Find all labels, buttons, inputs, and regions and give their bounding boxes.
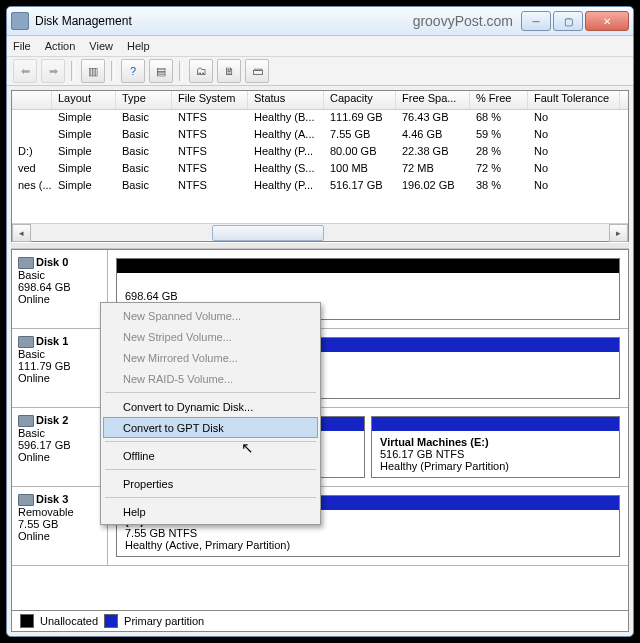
context-menu-item: New RAID-5 Volume... [103,368,318,389]
table-row[interactable]: nes (...SimpleBasicNTFSHealthy (P...516.… [12,178,628,195]
table-row[interactable]: SimpleBasicNTFSHealthy (A...7.55 GB4.46 … [12,127,628,144]
volume-list: Layout Type File System Status Capacity … [11,90,629,242]
disk-icon [18,257,34,269]
action1-button[interactable]: 🗂 [189,59,213,83]
scroll-thumb[interactable] [212,225,324,241]
minimize-button[interactable]: ─ [521,11,551,31]
watermark: groovyPost.com [413,13,513,29]
col-status[interactable]: Status [248,91,324,109]
legend-primary: Primary partition [124,615,204,627]
horizontal-scrollbar[interactable]: ◂ ▸ [12,223,628,241]
disk-icon [18,494,34,506]
disk-info[interactable]: Disk 2Basic596.17 GBOnline [12,408,108,486]
disk-info[interactable]: Disk 3Removable7.55 GBOnline [12,487,108,565]
settings-button[interactable]: ▤ [149,59,173,83]
menu-action[interactable]: Action [45,40,76,52]
disk-info[interactable]: Disk 0Basic698.64 GBOnline [12,250,108,328]
col-name[interactable] [12,91,52,109]
menu-view[interactable]: View [89,40,113,52]
legend: Unallocated Primary partition [11,611,629,632]
help-button[interactable]: ? [121,59,145,83]
disk-icon [18,415,34,427]
cursor-icon: ↖ [241,439,254,457]
context-menu-item[interactable]: Help [103,501,318,522]
volume-header [372,417,619,431]
context-menu-item: New Striped Volume... [103,326,318,347]
scroll-right-button[interactable]: ▸ [609,224,628,242]
disk-management-window: Disk Management groovyPost.com ─ ▢ ✕ Fil… [6,6,634,637]
context-menu-item[interactable]: Convert to Dynamic Disk... [103,396,318,417]
titlebar[interactable]: Disk Management groovyPost.com ─ ▢ ✕ [7,7,633,36]
col-layout[interactable]: Layout [52,91,116,109]
col-pctfree[interactable]: % Free [470,91,528,109]
menu-file[interactable]: File [13,40,31,52]
window-title: Disk Management [35,14,132,28]
col-type[interactable]: Type [116,91,172,109]
forward-button[interactable]: ➡ [41,59,65,83]
col-free[interactable]: Free Spa... [396,91,470,109]
toolbar: ⬅ ➡ ▥ ? ▤ 🗂 🗎 🗃 [7,57,633,86]
context-menu-item[interactable]: Properties [103,473,318,494]
volume-header [117,259,619,273]
disk-icon [18,336,34,348]
action3-button[interactable]: 🗃 [245,59,269,83]
app-icon [11,12,29,30]
legend-swatch-unallocated [20,614,34,628]
volume[interactable]: Virtual Machines (E:)516.17 GB NTFSHealt… [371,416,620,478]
col-fs[interactable]: File System [172,91,248,109]
scroll-left-button[interactable]: ◂ [12,224,31,242]
volume-list-header[interactable]: Layout Type File System Status Capacity … [12,91,628,110]
table-row[interactable]: vedSimpleBasicNTFSHealthy (S...100 MB72 … [12,161,628,178]
menubar: File Action View Help [7,36,633,57]
context-menu-item: New Spanned Volume... [103,305,318,326]
disk-info[interactable]: Disk 1Basic111.79 GBOnline [12,329,108,407]
context-menu-item[interactable]: Convert to GPT Disk [103,417,318,438]
context-menu-item[interactable]: Offline [103,445,318,466]
splitter[interactable] [11,242,629,249]
legend-unallocated: Unallocated [40,615,98,627]
volume-body: Virtual Machines (E:)516.17 GB NTFSHealt… [372,431,619,477]
table-row[interactable]: SimpleBasicNTFSHealthy (B...111.69 GB76.… [12,110,628,127]
back-button[interactable]: ⬅ [13,59,37,83]
col-capacity[interactable]: Capacity [324,91,396,109]
action2-button[interactable]: 🗎 [217,59,241,83]
context-menu-item: New Mirrored Volume... [103,347,318,368]
close-button[interactable]: ✕ [585,11,629,31]
context-menu: New Spanned Volume...New Striped Volume.… [100,302,321,525]
maximize-button[interactable]: ▢ [553,11,583,31]
menu-help[interactable]: Help [127,40,150,52]
table-row[interactable]: D:)SimpleBasicNTFSHealthy (P...80.00 GB2… [12,144,628,161]
legend-swatch-primary [104,614,118,628]
views-button[interactable]: ▥ [81,59,105,83]
col-fault[interactable]: Fault Tolerance [528,91,620,109]
